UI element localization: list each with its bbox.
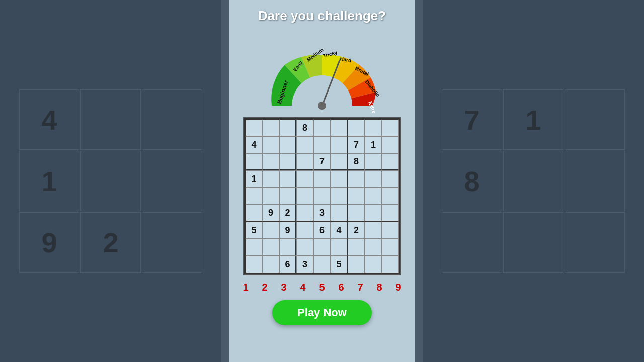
sudoku-cell[interactable] (279, 170, 296, 188)
num-btn-4[interactable]: 4 (295, 279, 311, 295)
sudoku-cell[interactable] (262, 188, 279, 205)
sudoku-cell[interactable]: 3 (313, 205, 331, 222)
sudoku-cell[interactable] (382, 205, 399, 222)
num-btn-8[interactable]: 8 (371, 279, 387, 295)
sudoku-cell[interactable] (348, 239, 365, 256)
sudoku-cell[interactable]: 9 (279, 222, 296, 239)
sudoku-cell[interactable] (348, 119, 365, 136)
sudoku-cell[interactable]: 3 (296, 256, 313, 273)
sudoku-cell[interactable] (382, 222, 399, 239)
sudoku-cell[interactable] (262, 170, 279, 188)
sudoku-cell[interactable] (382, 256, 399, 273)
sudoku-cell[interactable]: 5 (245, 222, 262, 239)
sudoku-cell[interactable] (313, 239, 331, 256)
sudoku-cell[interactable] (331, 153, 348, 170)
sudoku-cell[interactable] (365, 170, 382, 188)
sudoku-cell[interactable] (382, 136, 399, 153)
sudoku-cell[interactable] (348, 170, 365, 188)
sudoku-cell[interactable] (365, 205, 382, 222)
sudoku-cell[interactable] (313, 119, 331, 136)
sudoku-cell[interactable] (365, 256, 382, 273)
sudoku-cell[interactable] (245, 119, 262, 136)
sudoku-cell[interactable] (279, 136, 296, 153)
sudoku-cell[interactable]: 1 (245, 170, 262, 188)
sudoku-cell[interactable]: 1 (365, 136, 382, 153)
page-title: Dare you challenge? (258, 8, 386, 24)
bg-cell: 9 (19, 212, 79, 273)
sudoku-cell[interactable] (296, 136, 313, 153)
sudoku-cell[interactable] (365, 153, 382, 170)
sudoku-cell[interactable] (348, 256, 365, 273)
sudoku-cell[interactable]: 2 (279, 205, 296, 222)
sudoku-cell[interactable] (382, 239, 399, 256)
sudoku-cell[interactable] (365, 239, 382, 256)
sudoku-cell[interactable] (279, 119, 296, 136)
sudoku-cell[interactable]: 6 (313, 222, 331, 239)
sudoku-cell[interactable] (262, 256, 279, 273)
bg-cell (142, 151, 202, 211)
sudoku-cell[interactable] (279, 188, 296, 205)
sudoku-cell[interactable] (365, 222, 382, 239)
sudoku-cell[interactable] (245, 239, 262, 256)
sudoku-cell[interactable] (365, 188, 382, 205)
sudoku-cell[interactable]: 8 (296, 119, 313, 136)
sudoku-cell[interactable] (382, 153, 399, 170)
sudoku-cell[interactable] (331, 188, 348, 205)
sudoku-cell[interactable] (279, 153, 296, 170)
bg-cell (503, 212, 564, 273)
sudoku-cell[interactable] (262, 136, 279, 153)
num-btn-5[interactable]: 5 (314, 279, 330, 295)
sudoku-cell[interactable] (313, 170, 331, 188)
sudoku-cell[interactable] (382, 188, 399, 205)
sudoku-cell[interactable] (279, 239, 296, 256)
sudoku-cell[interactable]: 8 (348, 153, 365, 170)
num-btn-7[interactable]: 7 (352, 279, 368, 295)
sudoku-cell[interactable] (245, 188, 262, 205)
sudoku-cell[interactable] (331, 119, 348, 136)
sudoku-cell[interactable] (331, 136, 348, 153)
sudoku-cell[interactable]: 2 (348, 222, 365, 239)
sudoku-cell[interactable] (296, 222, 313, 239)
sudoku-cell[interactable] (348, 205, 365, 222)
sudoku-cell[interactable] (313, 256, 331, 273)
sudoku-cell[interactable]: 6 (279, 256, 296, 273)
sudoku-cell[interactable] (296, 239, 313, 256)
sudoku-cell[interactable] (245, 205, 262, 222)
bg-cell: 1 (503, 89, 564, 150)
svg-point-10 (318, 102, 326, 110)
num-btn-6[interactable]: 6 (333, 279, 349, 295)
num-btn-3[interactable]: 3 (276, 279, 292, 295)
sudoku-cell[interactable] (262, 239, 279, 256)
sudoku-cell[interactable] (331, 170, 348, 188)
gauge-svg: Beginner Easy Medium Tricky Hard Brutal … (242, 28, 403, 113)
sudoku-cell[interactable] (262, 153, 279, 170)
num-btn-2[interactable]: 2 (257, 279, 273, 295)
sudoku-cell[interactable]: 5 (331, 256, 348, 273)
bg-cell: 1 (19, 151, 79, 211)
sudoku-cell[interactable] (296, 153, 313, 170)
sudoku-cell[interactable]: 9 (262, 205, 279, 222)
play-now-button[interactable]: Play Now (272, 300, 372, 325)
sudoku-cell[interactable] (262, 119, 279, 136)
sudoku-cell[interactable] (296, 188, 313, 205)
sudoku-cell[interactable] (313, 188, 331, 205)
sudoku-cell[interactable] (382, 119, 399, 136)
sudoku-cell[interactable] (245, 256, 262, 273)
num-btn-9[interactable]: 9 (390, 279, 407, 295)
sudoku-cell[interactable] (382, 170, 399, 188)
num-btn-1[interactable]: 1 (237, 279, 254, 295)
sudoku-cell[interactable] (348, 188, 365, 205)
sudoku-cell[interactable] (262, 222, 279, 239)
sudoku-cell[interactable]: 7 (348, 136, 365, 153)
sudoku-cell[interactable] (245, 153, 262, 170)
sudoku-cell[interactable] (331, 239, 348, 256)
sudoku-cell[interactable]: 7 (313, 153, 331, 170)
sudoku-cell[interactable] (296, 170, 313, 188)
bg-right-grid: 7 1 8 (442, 89, 625, 273)
sudoku-cell[interactable] (331, 205, 348, 222)
sudoku-cell[interactable]: 4 (245, 136, 262, 153)
sudoku-cell[interactable] (365, 119, 382, 136)
sudoku-cell[interactable]: 4 (331, 222, 348, 239)
sudoku-cell[interactable] (313, 136, 331, 153)
sudoku-cell[interactable] (296, 205, 313, 222)
